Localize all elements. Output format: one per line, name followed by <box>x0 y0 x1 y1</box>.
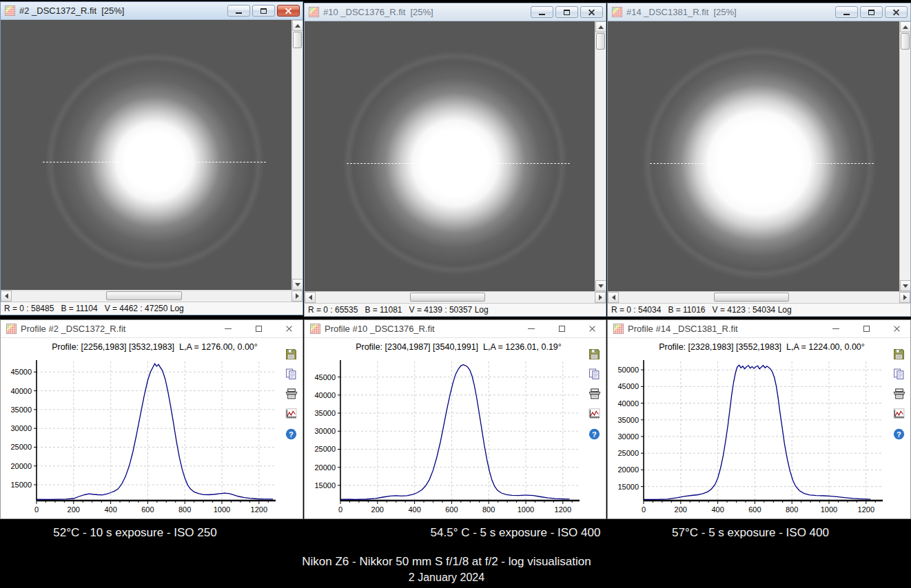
svg-text:600: 600 <box>748 505 761 514</box>
help-icon[interactable]: ? <box>893 428 905 440</box>
help-icon[interactable]: ? <box>285 428 298 440</box>
print-icon[interactable] <box>588 388 601 400</box>
scroll-down-button[interactable] <box>292 279 303 290</box>
minimize-icon <box>843 14 850 15</box>
vertical-scrollbar[interactable] <box>899 21 910 291</box>
svg-text:?: ? <box>592 430 597 438</box>
horizontal-scrollbar[interactable] <box>1 290 303 302</box>
profile-window-1: Profile #2 _DSC1372_R.fit Profile: [2256… <box>0 319 303 519</box>
close-button[interactable] <box>277 5 300 17</box>
svg-text:200: 200 <box>68 505 80 514</box>
image-canvas[interactable] <box>305 21 606 291</box>
print-icon[interactable] <box>893 388 905 400</box>
minimize-button[interactable] <box>526 324 537 335</box>
profile-window-1-titlebar[interactable]: Profile #2 _DSC1372_R.fit <box>1 320 303 338</box>
app-icon <box>612 7 622 17</box>
svg-text:400: 400 <box>408 505 420 514</box>
close-button[interactable] <box>885 6 908 18</box>
scroll-right-button[interactable] <box>595 292 606 303</box>
profile-chart: 1500020000250003000035000400004500002004… <box>305 356 585 521</box>
svg-text:400: 400 <box>104 505 116 514</box>
image-window-1-titlebar[interactable]: #2 _DSC1372_R.fit [25%] <box>1 2 303 20</box>
close-icon <box>285 325 293 333</box>
vertical-scroll-thumb[interactable] <box>293 32 302 48</box>
minimize-button[interactable] <box>830 324 841 335</box>
up-arrow-icon <box>903 25 908 29</box>
profile-window-3-titlebar[interactable]: Profile #14 _DSC1381_R.fit <box>608 320 910 338</box>
scroll-right-button[interactable] <box>899 292 910 303</box>
close-button[interactable] <box>586 324 597 335</box>
chart-icon[interactable] <box>588 408 601 420</box>
scroll-up-button[interactable] <box>900 21 910 32</box>
maximize-button[interactable] <box>555 6 578 18</box>
maximize-button[interactable] <box>861 324 872 335</box>
close-icon <box>892 8 900 16</box>
profile-chart: 1500020000250003000035000400004500002004… <box>1 356 281 521</box>
image-window-2-title: #10 _DSC1376_R.fit [25%] <box>323 7 529 17</box>
minimize-button[interactable] <box>531 6 553 18</box>
minimize-button[interactable] <box>835 6 858 18</box>
close-button[interactable] <box>580 6 603 18</box>
scroll-down-button[interactable] <box>900 280 910 291</box>
maximize-button[interactable] <box>252 5 275 17</box>
app-icon <box>6 324 17 334</box>
vertical-scrollbar[interactable] <box>291 20 303 290</box>
save-icon[interactable] <box>285 348 298 360</box>
image-canvas[interactable] <box>1 20 303 290</box>
chart-icon[interactable] <box>893 408 905 420</box>
vertical-scroll-thumb[interactable] <box>596 33 605 50</box>
save-icon[interactable] <box>893 348 905 360</box>
svg-text:1200: 1200 <box>251 505 267 514</box>
image-canvas[interactable] <box>608 21 910 291</box>
maximize-button[interactable] <box>860 6 883 18</box>
scroll-up-button[interactable] <box>292 20 303 31</box>
maximize-button[interactable] <box>556 324 567 335</box>
scroll-left-button[interactable] <box>305 292 316 303</box>
defocused-star-image <box>1 20 303 290</box>
image-window-3-titlebar[interactable]: #14 _DSC1381_R.fit [25%] <box>608 3 910 21</box>
horizontal-scroll-thumb[interactable] <box>410 293 485 302</box>
copy-icon[interactable] <box>893 368 905 380</box>
horizontal-scrollbar[interactable] <box>608 291 910 303</box>
copy-icon[interactable] <box>588 368 601 380</box>
horizontal-scrollbar[interactable] <box>305 291 606 303</box>
save-icon[interactable] <box>588 348 601 360</box>
close-icon <box>285 7 292 14</box>
vertical-scroll-thumb[interactable] <box>901 33 910 50</box>
svg-text:?: ? <box>289 430 294 438</box>
scroll-left-button[interactable] <box>1 291 12 302</box>
app-icon <box>310 324 320 334</box>
profile-cut-line <box>650 163 874 164</box>
scroll-down-button[interactable] <box>595 280 606 291</box>
help-icon[interactable]: ? <box>588 428 601 440</box>
left-arrow-icon <box>5 293 8 299</box>
horizontal-scroll-thumb[interactable] <box>106 291 182 300</box>
close-icon <box>588 325 596 333</box>
scroll-right-button[interactable] <box>291 291 303 302</box>
profile-toolbar: ? <box>280 338 303 518</box>
left-arrow-icon <box>612 295 615 300</box>
scroll-up-button[interactable] <box>595 21 606 32</box>
svg-text:800: 800 <box>178 505 191 514</box>
close-button[interactable] <box>891 324 902 335</box>
close-button[interactable] <box>283 324 294 335</box>
svg-text:25000: 25000 <box>314 445 336 453</box>
minimize-button[interactable] <box>227 5 250 17</box>
profile-window-2-titlebar[interactable]: Profile #10 _DSC1376_R.fit <box>305 320 606 338</box>
profile-content: Profile: [2256,1983] [3532,1983] L,A = 1… <box>1 338 303 518</box>
vertical-scrollbar[interactable] <box>595 21 606 291</box>
image-window-2-titlebar[interactable]: #10 _DSC1376_R.fit [25%] <box>305 3 606 21</box>
svg-text:800: 800 <box>786 505 798 514</box>
scroll-left-button[interactable] <box>608 292 619 303</box>
chart-icon[interactable] <box>285 408 298 420</box>
maximize-button[interactable] <box>253 324 264 335</box>
app-icon <box>613 324 624 334</box>
caption-3: 57°C - 5 s exposure - ISO 400 <box>598 518 903 551</box>
horizontal-scroll-thumb[interactable] <box>714 293 790 302</box>
minimize-button[interactable] <box>223 324 234 335</box>
print-icon[interactable] <box>285 388 298 400</box>
right-arrow-icon <box>296 293 299 299</box>
copy-icon[interactable] <box>285 368 298 380</box>
svg-text:35000: 35000 <box>617 416 639 424</box>
image-window-3: #14 _DSC1381_R.fit [25%] R = 0 : 54034 B… <box>607 3 911 317</box>
